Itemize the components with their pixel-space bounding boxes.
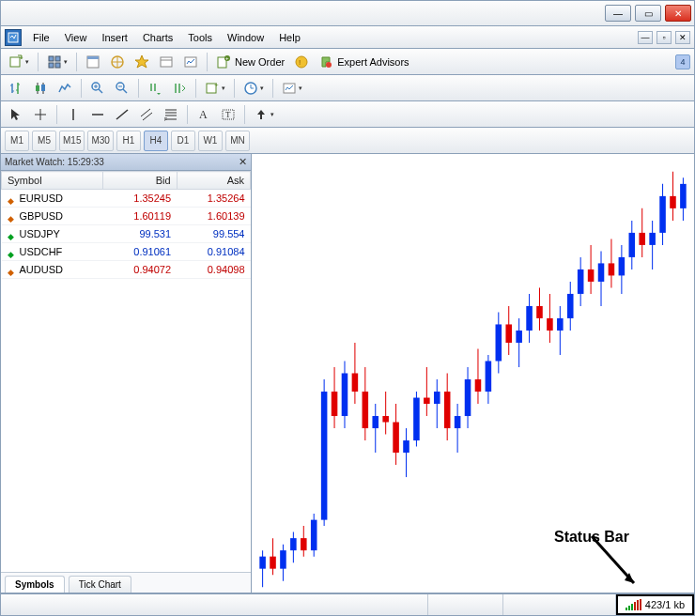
templates-button[interactable]: ▾ <box>278 78 306 99</box>
text-label-button[interactable]: T <box>217 104 239 125</box>
arrows-button[interactable]: ▾ <box>250 104 278 125</box>
svg-rect-90 <box>403 440 409 453</box>
expert-advisors-button[interactable]: Expert Advisors <box>315 52 412 72</box>
connection-status[interactable]: 423/1 kb <box>616 594 694 615</box>
vertical-line-button[interactable] <box>62 104 85 125</box>
svg-rect-70 <box>301 538 307 550</box>
table-row[interactable]: GBPUSD1.601191.60139 <box>2 208 251 225</box>
toolbar-charts: +▾ ▾ ▾ <box>0 75 695 101</box>
svg-rect-120 <box>557 318 564 331</box>
auto-scroll-button[interactable] <box>144 78 166 99</box>
chart-area[interactable] <box>252 154 694 593</box>
svg-rect-130 <box>609 263 615 275</box>
table-row[interactable]: EURUSD1.352451.35264 <box>2 190 251 208</box>
trendline-button[interactable] <box>111 104 133 125</box>
menu-insert[interactable]: Insert <box>94 29 135 46</box>
crosshair-button[interactable] <box>29 104 52 125</box>
new-chart-button[interactable]: +▾ <box>5 52 33 72</box>
timeframe-w1[interactable]: W1 <box>198 131 223 151</box>
zoom-in-button[interactable] <box>86 78 109 99</box>
svg-rect-66 <box>280 550 286 569</box>
indicators-button[interactable]: +▾ <box>201 78 229 99</box>
menu-tools[interactable]: Tools <box>180 29 220 46</box>
market-watch-close-icon[interactable]: ✕ <box>239 156 247 168</box>
svg-point-16 <box>296 56 307 68</box>
new-order-button[interactable]: +New Order <box>212 52 288 72</box>
svg-rect-108 <box>496 324 502 361</box>
zoom-out-button[interactable] <box>111 78 133 99</box>
direction-icon <box>8 266 17 275</box>
svg-rect-80 <box>352 374 359 393</box>
timeframe-h1[interactable]: H1 <box>116 131 141 151</box>
tab-symbols[interactable]: Symbols <box>5 576 65 593</box>
window-minimize-button[interactable]: — <box>605 5 631 22</box>
navigator-toggle[interactable] <box>106 52 129 72</box>
svg-rect-6 <box>55 63 60 68</box>
window-maximize-button[interactable]: ▭ <box>635 5 661 22</box>
svg-text:A: A <box>199 108 208 121</box>
timeframe-m5[interactable]: M5 <box>32 131 56 151</box>
svg-rect-122 <box>567 294 574 318</box>
horizontal-line-button[interactable] <box>86 104 109 125</box>
toolbar-standard: +▾ ▾ +New Order ! Expert Advisors 4 <box>0 49 695 75</box>
equidistant-channel-button[interactable] <box>135 104 158 125</box>
svg-rect-3 <box>49 56 54 61</box>
svg-rect-62 <box>259 557 266 569</box>
timeframe-d1[interactable]: D1 <box>171 131 195 151</box>
table-row[interactable]: USDCHF0.910610.91084 <box>2 243 251 261</box>
strategy-tester-toggle[interactable] <box>179 52 202 72</box>
menu-help[interactable]: Help <box>271 29 308 46</box>
table-row[interactable]: AUDUSD0.940720.94098 <box>2 261 251 279</box>
svg-rect-112 <box>516 331 522 343</box>
timeframe-m1[interactable]: M1 <box>5 131 29 151</box>
table-row[interactable]: USDJPY99.53199.554 <box>2 225 251 243</box>
profiles-button[interactable]: ▾ <box>43 52 71 72</box>
market-watch-header[interactable]: Market Watch: 15:29:33 ✕ <box>1 154 251 171</box>
market-watch-toggle[interactable] <box>82 52 104 72</box>
market-watch-panel: Market Watch: 15:29:33 ✕ Symbol Bid Ask … <box>1 154 252 593</box>
timeframe-m30[interactable]: M30 <box>87 131 113 151</box>
cursor-button[interactable] <box>5 104 27 125</box>
col-bid[interactable]: Bid <box>103 172 177 190</box>
svg-rect-104 <box>475 379 482 392</box>
direction-icon <box>8 212 17 222</box>
svg-rect-100 <box>455 416 461 428</box>
menu-view[interactable]: View <box>57 29 95 46</box>
direction-icon <box>8 194 17 204</box>
svg-text:!: ! <box>299 58 301 67</box>
mdi-close-button[interactable]: ✕ <box>675 31 690 44</box>
terminal-toggle[interactable] <box>155 52 178 72</box>
direction-icon <box>8 248 17 257</box>
tab-tick-chart[interactable]: Tick Chart <box>69 576 131 593</box>
svg-rect-124 <box>578 270 584 294</box>
data-window-toggle[interactable] <box>131 52 153 72</box>
timeframe-h4[interactable]: H4 <box>144 131 168 151</box>
menu-window[interactable]: Window <box>220 29 271 46</box>
mdi-minimize-button[interactable]: — <box>638 31 653 44</box>
menu-charts[interactable]: Charts <box>135 29 180 46</box>
fibonacci-button[interactable]: F <box>160 104 182 125</box>
status-pane-3 <box>503 594 616 615</box>
mdi-restore-button[interactable]: ▫ <box>656 31 672 44</box>
bar-chart-button[interactable] <box>5 78 27 99</box>
text-button[interactable]: A <box>193 104 215 125</box>
col-symbol[interactable]: Symbol <box>2 172 103 190</box>
timeframe-mn[interactable]: MN <box>225 131 250 151</box>
timeframe-m15[interactable]: M15 <box>59 131 85 151</box>
svg-rect-74 <box>321 392 328 520</box>
svg-text:+: + <box>214 81 219 89</box>
svg-rect-92 <box>413 398 420 441</box>
periodicity-button[interactable]: ▾ <box>239 78 268 99</box>
svg-rect-10 <box>161 57 172 67</box>
svg-rect-114 <box>526 306 533 331</box>
menu-file[interactable]: File <box>25 29 57 46</box>
window-titlebar: — ▭ ✕ <box>0 0 695 26</box>
status-pane-1 <box>1 594 428 615</box>
candle-chart-button[interactable] <box>29 78 52 99</box>
chart-shift-button[interactable] <box>168 78 191 99</box>
line-chart-button[interactable] <box>54 78 76 99</box>
svg-rect-88 <box>393 423 399 454</box>
col-ask[interactable]: Ask <box>177 172 250 190</box>
metaquotes-button[interactable]: ! <box>290 52 313 72</box>
window-close-button[interactable]: ✕ <box>665 5 691 22</box>
